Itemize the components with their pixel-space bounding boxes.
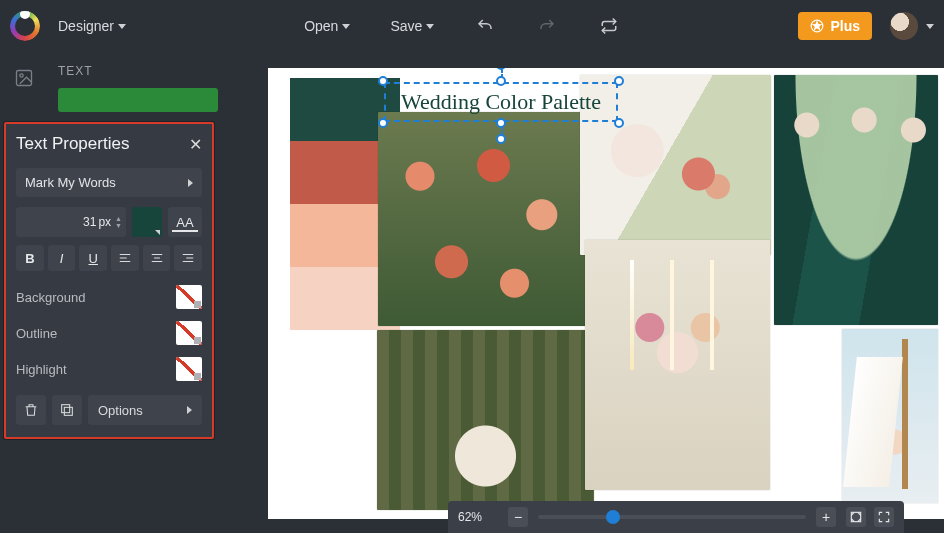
background-label: Background <box>16 290 85 305</box>
font-family-dropdown[interactable]: Mark My Words <box>16 168 202 197</box>
chevron-down-icon[interactable] <box>926 24 934 29</box>
options-label: Options <box>98 403 143 418</box>
save-menu[interactable]: Save <box>390 18 434 34</box>
underline-button[interactable]: U <box>79 245 107 271</box>
align-left-button[interactable] <box>111 245 139 271</box>
open-label: Open <box>304 18 338 34</box>
panel-title: Text Properties <box>16 134 129 154</box>
zoom-slider[interactable] <box>538 515 806 519</box>
mode-dropdown[interactable]: Designer <box>58 18 126 34</box>
sync-button[interactable] <box>598 15 620 37</box>
collage-image[interactable] <box>378 112 588 326</box>
plus-label: Plus <box>830 18 860 34</box>
selected-text-box[interactable]: Wedding Color Palette <box>384 82 618 122</box>
chevron-right-icon <box>187 406 192 414</box>
save-label: Save <box>390 18 422 34</box>
app-logo[interactable] <box>10 11 40 41</box>
background-color-picker[interactable] <box>176 285 202 309</box>
collage-image[interactable] <box>585 240 770 490</box>
svg-rect-4 <box>64 407 72 415</box>
zoom-slider-thumb[interactable] <box>606 510 620 524</box>
collage-image[interactable] <box>842 329 938 503</box>
delete-button[interactable] <box>16 395 46 425</box>
fit-screen-button[interactable] <box>846 507 866 527</box>
text-color-picker[interactable] <box>132 207 162 237</box>
selection-handle[interactable] <box>496 76 506 86</box>
chevron-right-icon <box>188 179 193 187</box>
zoom-percent: 62% <box>458 510 498 524</box>
font-size-value: 31 <box>83 215 96 229</box>
selection-handle[interactable] <box>614 76 624 86</box>
options-dropdown[interactable]: Options <box>88 395 202 425</box>
fullscreen-button[interactable] <box>874 507 894 527</box>
top-bar: Designer Open Save Plus <box>0 0 944 52</box>
text-case-label: AA <box>176 215 193 230</box>
text-preset-tile[interactable] <box>58 88 218 112</box>
open-menu[interactable]: Open <box>304 18 350 34</box>
duplicate-button[interactable] <box>52 395 82 425</box>
upgrade-plus-button[interactable]: Plus <box>798 12 872 40</box>
italic-button[interactable]: I <box>48 245 76 271</box>
side-section-label: TEXT <box>58 64 218 78</box>
image-tool[interactable] <box>10 64 38 92</box>
svg-rect-1 <box>17 71 32 86</box>
user-avatar[interactable] <box>890 12 918 40</box>
chevron-down-icon <box>426 24 434 29</box>
align-center-button[interactable] <box>143 245 171 271</box>
selection-handle[interactable] <box>378 118 388 128</box>
svg-point-2 <box>20 74 23 77</box>
selection-handle[interactable] <box>378 76 388 86</box>
size-decrease-button[interactable]: ▼ <box>115 222 122 229</box>
align-right-button[interactable] <box>174 245 202 271</box>
text-case-button[interactable]: AA <box>168 207 202 237</box>
text-properties-panel: Text Properties ✕ Mark My Words 31 px ▲ … <box>4 122 214 439</box>
chevron-down-icon <box>118 24 126 29</box>
zoom-in-button[interactable]: + <box>816 507 836 527</box>
canvas[interactable]: Wedding Color Palette <box>268 68 944 519</box>
highlight-label: Highlight <box>16 362 67 377</box>
redo-button <box>536 15 558 37</box>
selection-border <box>384 82 618 122</box>
bold-button[interactable]: B <box>16 245 44 271</box>
outline-color-picker[interactable] <box>176 321 202 345</box>
zoom-out-button[interactable]: − <box>508 507 528 527</box>
font-size-input[interactable]: 31 px ▲ ▼ <box>16 207 126 237</box>
zoom-bar: 62% − + <box>448 501 904 533</box>
font-size-unit: px <box>98 215 111 229</box>
canvas-wrap: Wedding Color Palette 62% − + <box>228 52 944 533</box>
outline-label: Outline <box>16 326 57 341</box>
selection-handle[interactable] <box>614 118 624 128</box>
collage-image[interactable] <box>774 75 938 325</box>
selection-handle[interactable] <box>496 118 506 128</box>
collage-image[interactable] <box>377 330 594 510</box>
chevron-down-icon <box>342 24 350 29</box>
close-panel-button[interactable]: ✕ <box>189 135 202 154</box>
size-increase-button[interactable]: ▲ <box>115 215 122 222</box>
undo-button[interactable] <box>474 15 496 37</box>
font-family-value: Mark My Words <box>25 175 116 190</box>
svg-rect-5 <box>62 405 70 413</box>
highlight-color-picker[interactable] <box>176 357 202 381</box>
mode-label: Designer <box>58 18 114 34</box>
selection-handle[interactable] <box>496 134 506 144</box>
selection-handle[interactable] <box>496 68 506 70</box>
